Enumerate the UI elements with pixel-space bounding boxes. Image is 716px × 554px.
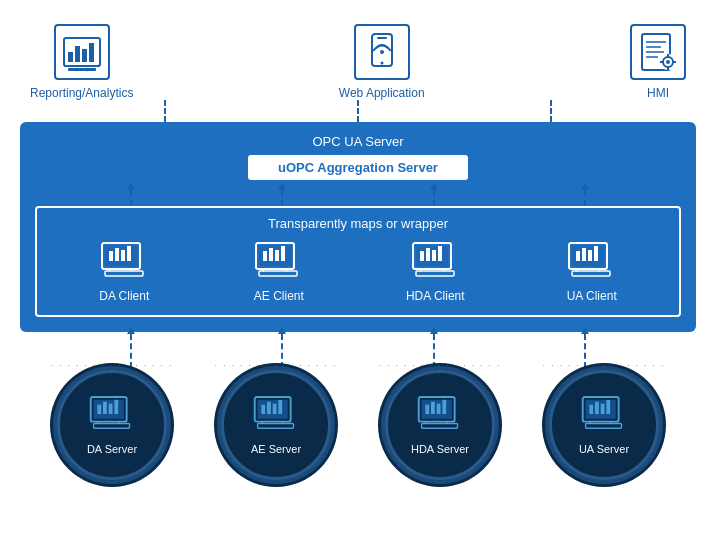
hda-server-item: HDA Server [385, 370, 495, 480]
webapp-icon [360, 30, 404, 74]
inner-top-arrows [35, 190, 681, 206]
hmi-icon-box [630, 24, 686, 80]
svg-rect-2 [75, 46, 80, 62]
ae-server-label: AE Server [251, 443, 301, 455]
mid-arrows [20, 332, 696, 370]
ua-client-item: UA Client [564, 241, 619, 303]
reporting-icon [60, 30, 104, 74]
svg-rect-45 [420, 251, 424, 261]
svg-rect-36 [263, 251, 267, 261]
svg-rect-29 [121, 250, 125, 261]
arrow-client3 [433, 190, 435, 206]
hmi-item: HMI [630, 24, 686, 100]
svg-rect-37 [269, 248, 273, 261]
ua-server-item: UA Server [549, 370, 659, 480]
da-client-label: DA Client [99, 289, 149, 303]
svg-rect-1 [68, 52, 73, 62]
svg-rect-75 [278, 400, 282, 414]
reporting-item: Reporting/Analytics [30, 24, 133, 100]
svg-point-12 [380, 50, 384, 54]
svg-rect-27 [109, 251, 113, 261]
ua-server-circle: UA Server [549, 370, 659, 480]
svg-rect-84 [442, 400, 446, 414]
arrow-hmi [550, 100, 552, 122]
ae-client-icon [251, 241, 306, 283]
svg-rect-67 [94, 424, 130, 429]
mid-arrow-4 [584, 334, 586, 368]
ae-server-icon [250, 395, 302, 435]
svg-rect-39 [281, 246, 285, 261]
opc-label: OPC UA Server [35, 134, 681, 149]
svg-rect-82 [431, 402, 435, 414]
arrow-client1 [130, 190, 132, 206]
svg-rect-63 [97, 405, 101, 414]
ua-server-label: UA Server [579, 443, 629, 455]
hda-server-icon [414, 395, 466, 435]
hda-server-label: HDA Server [411, 443, 469, 455]
hmi-label: HMI [647, 86, 669, 100]
svg-rect-56 [588, 250, 592, 261]
svg-rect-91 [595, 402, 599, 414]
hda-client-label: HDA Client [406, 289, 465, 303]
mid-arrow-1 [130, 334, 132, 368]
da-server-circle: DA Server [57, 370, 167, 480]
top-arrows [0, 100, 716, 122]
svg-rect-28 [115, 248, 119, 261]
svg-rect-74 [273, 404, 277, 414]
mid-arrow-2 [281, 334, 283, 368]
ae-server-item: AE Server [221, 370, 331, 480]
servers-row: DA Server AE Server [20, 370, 696, 480]
da-server-item: DA Server [57, 370, 167, 480]
svg-rect-4 [89, 43, 94, 62]
svg-rect-73 [267, 402, 271, 414]
svg-rect-3 [82, 49, 87, 62]
svg-rect-30 [127, 246, 131, 261]
svg-rect-57 [594, 246, 598, 261]
top-icons-row: Reporting/Analytics Web Application [0, 0, 716, 100]
svg-point-20 [666, 60, 670, 64]
svg-rect-92 [601, 404, 605, 414]
svg-rect-85 [422, 424, 458, 429]
arrow-reporting [164, 100, 166, 122]
svg-rect-55 [582, 248, 586, 261]
webapp-item: Web Application [339, 24, 425, 100]
webapp-label: Web Application [339, 86, 425, 100]
svg-rect-76 [258, 424, 294, 429]
hda-server-circle: HDA Server [385, 370, 495, 480]
svg-rect-81 [425, 405, 429, 414]
da-server-icon [86, 395, 138, 435]
ua-server-icon [578, 395, 630, 435]
svg-rect-10 [377, 37, 387, 39]
hmi-icon [636, 30, 680, 74]
da-server-label: DA Server [87, 443, 137, 455]
svg-rect-31 [105, 271, 143, 276]
webapp-icon-box [354, 24, 410, 80]
ua-client-label: UA Client [567, 289, 617, 303]
svg-rect-40 [259, 271, 297, 276]
svg-rect-93 [606, 400, 610, 414]
ae-server-circle: AE Server [221, 370, 331, 480]
svg-rect-94 [586, 424, 622, 429]
reporting-icon-box [54, 24, 110, 80]
uopc-box: uOPC Aggregation Server [248, 155, 468, 180]
hda-client-icon [408, 241, 463, 283]
svg-rect-49 [416, 271, 454, 276]
da-client-icon [97, 241, 152, 283]
ae-client-item: AE Client [251, 241, 306, 303]
opc-container: OPC UA Server uOPC Aggregation Server Tr… [20, 122, 696, 332]
svg-rect-66 [114, 400, 118, 414]
clients-row: DA Client AE Client [47, 241, 669, 303]
svg-rect-83 [437, 404, 441, 414]
svg-rect-6 [68, 68, 96, 71]
svg-rect-65 [109, 404, 113, 414]
arrow-client4 [584, 190, 586, 206]
svg-rect-46 [426, 248, 430, 261]
svg-point-11 [380, 62, 383, 65]
inner-container: Transparently maps or wrapper [35, 206, 681, 317]
svg-rect-47 [432, 250, 436, 261]
svg-rect-54 [576, 251, 580, 261]
transparently-label: Transparently maps or wrapper [47, 216, 669, 231]
arrow-client2 [281, 190, 283, 206]
svg-rect-48 [438, 246, 442, 261]
svg-rect-38 [275, 250, 279, 261]
